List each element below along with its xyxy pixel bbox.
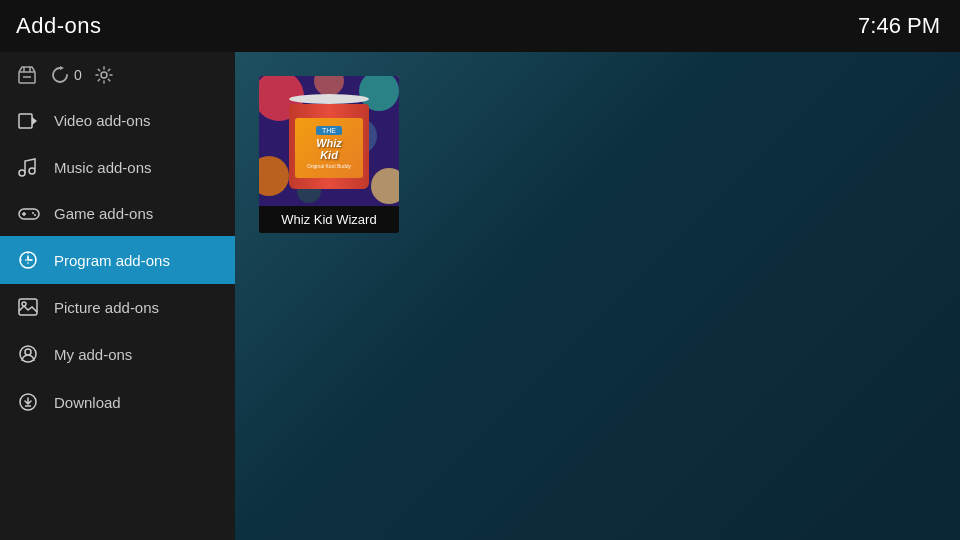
addon-card-whiz-kid-wizard[interactable]: The WhizKid Original Kool Buddy Whiz Kid… [259, 76, 399, 233]
svg-rect-19 [19, 299, 37, 315]
addon-thumbnail: The WhizKid Original Kool Buddy [259, 76, 399, 206]
my-addons-icon [18, 344, 40, 364]
sidebar-label-program: Program add-ons [54, 252, 170, 269]
sidebar-label-my: My add-ons [54, 346, 132, 363]
svg-point-13 [34, 214, 36, 216]
sidebar-item-music-addons[interactable]: Music add-ons [0, 143, 235, 191]
sidebar-item-game-addons[interactable]: Game add-ons [0, 191, 235, 236]
sidebar: 0 Video add-ons [0, 52, 235, 540]
svg-point-4 [101, 72, 107, 78]
content-area: The WhizKid Original Kool Buddy Whiz Kid… [235, 52, 960, 540]
settings-icon[interactable] [94, 65, 114, 85]
sidebar-label-video: Video add-ons [54, 112, 150, 129]
svg-point-7 [19, 170, 25, 176]
svg-rect-5 [19, 114, 32, 128]
picture-icon [18, 298, 40, 316]
svg-marker-6 [32, 117, 37, 125]
sidebar-item-picture-addons[interactable]: Picture add-ons [0, 284, 235, 330]
clock: 7:46 PM [858, 13, 940, 39]
sidebar-toolbar: 0 [0, 52, 235, 98]
program-icon [18, 250, 40, 270]
sidebar-label-picture: Picture add-ons [54, 299, 159, 316]
svg-point-12 [32, 212, 34, 214]
update-count: 0 [74, 67, 82, 83]
sidebar-item-video-addons[interactable]: Video add-ons [0, 98, 235, 143]
game-icon [18, 206, 40, 222]
sidebar-label-download: Download [54, 394, 121, 411]
sidebar-item-program-addons[interactable]: Program add-ons [0, 236, 235, 284]
video-icon [18, 113, 40, 129]
download-icon [18, 392, 40, 412]
main-layout: 0 Video add-ons [0, 52, 960, 540]
page-title: Add-ons [16, 13, 101, 39]
music-icon [18, 157, 40, 177]
addon-grid: The WhizKid Original Kool Buddy Whiz Kid… [259, 76, 936, 233]
addons-icon[interactable] [16, 64, 38, 86]
header: Add-ons 7:46 PM [0, 0, 960, 52]
sidebar-item-my-addons[interactable]: My add-ons [0, 330, 235, 378]
sidebar-label-game: Game add-ons [54, 205, 153, 222]
sidebar-item-download[interactable]: Download [0, 378, 235, 426]
addon-label-whiz-kid-wizard: Whiz Kid Wizard [259, 206, 399, 233]
svg-point-8 [29, 168, 35, 174]
sidebar-label-music: Music add-ons [54, 159, 152, 176]
sidebar-nav: Video add-ons Music add-ons [0, 98, 235, 540]
refresh-button[interactable]: 0 [50, 65, 82, 85]
